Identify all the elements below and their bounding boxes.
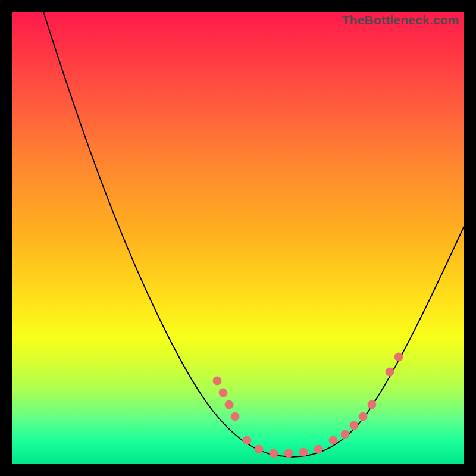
- data-point: [219, 389, 227, 397]
- data-point: [314, 445, 322, 453]
- data-point: [386, 368, 394, 376]
- data-point: [231, 412, 239, 421]
- data-point: [368, 400, 376, 409]
- chart-frame: TheBottleneck.com: [12, 12, 464, 464]
- data-point: [255, 445, 263, 453]
- chart-svg: [12, 12, 464, 464]
- dots-group: [213, 353, 403, 458]
- data-point: [299, 448, 308, 456]
- data-point: [284, 449, 293, 458]
- data-point: [341, 430, 349, 439]
- data-point: [213, 377, 221, 385]
- data-point: [270, 449, 278, 458]
- curve-line: [43, 12, 464, 457]
- data-point: [350, 421, 358, 430]
- watermark-text: TheBottleneck.com: [342, 13, 459, 27]
- data-point: [394, 353, 403, 361]
- data-point: [359, 412, 367, 421]
- data-point: [243, 436, 251, 444]
- data-point: [225, 400, 233, 409]
- data-point: [329, 436, 337, 444]
